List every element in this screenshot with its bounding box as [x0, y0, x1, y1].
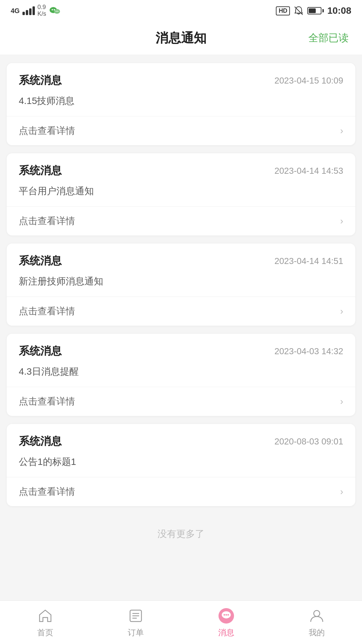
svg-point-16: [314, 610, 320, 616]
card-message: 4.15技师消息: [19, 96, 75, 106]
card-header: 系统消息 2023-04-14 14:51: [7, 244, 355, 274]
card-detail-link[interactable]: 点击查看详情: [19, 395, 75, 408]
signal-bar-4: [33, 6, 35, 15]
card-time: 2020-08-03 09:01: [275, 436, 343, 447]
card-message: 4.3日消息提醒: [19, 366, 79, 377]
order-icon: [127, 607, 144, 625]
card-header: 系统消息 2020-08-03 09:01: [7, 424, 355, 455]
card-detail-link[interactable]: 点击查看详情: [19, 215, 75, 227]
hd-badge: HD: [276, 6, 290, 15]
card-body: 4.15技师消息: [7, 94, 355, 116]
profile-icon: [308, 607, 325, 625]
tab-order[interactable]: 订单: [90, 601, 181, 644]
card-time: 2023-04-14 14:53: [275, 166, 343, 176]
speed-label: 0.9 K/s: [38, 4, 46, 17]
card-time: 2023-04-14 14:51: [275, 256, 343, 266]
card-detail-link[interactable]: 点击查看详情: [19, 305, 75, 318]
card-footer[interactable]: 点击查看详情 ›: [7, 477, 355, 506]
tab-message[interactable]: 消息: [181, 601, 272, 644]
no-more-label: 没有更多了: [7, 514, 355, 550]
svg-point-5: [57, 11, 58, 12]
card-title: 系统消息: [19, 73, 62, 88]
card-footer[interactable]: 点击查看详情 ›: [7, 387, 355, 416]
bell-muted-icon: [293, 5, 304, 16]
card-detail-link[interactable]: 点击查看详情: [19, 124, 75, 137]
chevron-right-icon: ›: [340, 306, 343, 317]
signal-bar-1: [22, 12, 25, 15]
svg-point-15: [227, 614, 229, 615]
card-time: 2023-04-15 10:09: [275, 75, 343, 86]
card-title: 系统消息: [19, 344, 62, 359]
notification-card: 系统消息 2020-08-03 09:01 公告1的标题1 点击查看详情 ›: [7, 424, 355, 506]
notification-card: 系统消息 2023-04-03 14:32 4.3日消息提醒 点击查看详情 ›: [7, 334, 355, 416]
status-left: 4G 0.9 K/s: [11, 4, 61, 17]
chevron-right-icon: ›: [340, 486, 343, 497]
mark-all-read-button[interactable]: 全部已读: [308, 31, 349, 45]
card-time: 2023-04-03 14:32: [275, 346, 343, 357]
svg-point-3: [54, 9, 55, 10]
signal-bar-3: [29, 8, 32, 15]
tab-message-label: 消息: [218, 627, 234, 638]
card-body: 4.3日消息提醒: [7, 365, 355, 387]
signal-bars: [22, 6, 35, 15]
status-right: HD 10:08: [276, 5, 351, 16]
signal-bar-2: [26, 10, 28, 15]
card-title: 系统消息: [19, 163, 62, 178]
battery-icon: [307, 7, 324, 14]
tab-home[interactable]: 首页: [0, 601, 90, 644]
card-message: 平台用户消息通知: [19, 186, 94, 196]
card-title: 系统消息: [19, 254, 62, 268]
svg-point-14: [226, 614, 227, 615]
card-footer[interactable]: 点击查看详情 ›: [7, 297, 355, 326]
svg-point-2: [52, 9, 53, 10]
page-header: 消息通知 全部已读: [0, 20, 362, 55]
status-bar: 4G 0.9 K/s HD: [0, 0, 362, 20]
page-title: 消息通知: [156, 30, 206, 47]
card-header: 系统消息 2023-04-03 14:32: [7, 334, 355, 365]
svg-point-13: [224, 614, 225, 615]
notification-list: 系统消息 2023-04-15 10:09 4.15技师消息 点击查看详情 › …: [0, 55, 362, 601]
network-label: 4G: [11, 7, 20, 15]
chevron-right-icon: ›: [340, 396, 343, 407]
svg-point-4: [56, 11, 57, 12]
tab-home-label: 首页: [37, 627, 53, 638]
time-display: 10:08: [327, 5, 351, 16]
card-message: 公告1的标题1: [19, 457, 76, 467]
home-icon: [37, 607, 54, 625]
card-message: 新注册技师消息通知: [19, 276, 103, 286]
card-body: 公告1的标题1: [7, 455, 355, 477]
card-detail-link[interactable]: 点击查看详情: [19, 485, 75, 498]
notification-card: 系统消息 2023-04-15 10:09 4.15技师消息 点击查看详情 ›: [7, 63, 355, 145]
card-body: 新注册技师消息通知: [7, 274, 355, 297]
chevron-right-icon: ›: [340, 216, 343, 226]
tab-profile-label: 我的: [309, 627, 325, 638]
card-title: 系统消息: [19, 434, 62, 449]
card-footer[interactable]: 点击查看详情 ›: [7, 207, 355, 235]
notification-card: 系统消息 2023-04-14 14:53 平台用户消息通知 点击查看详情 ›: [7, 153, 355, 235]
tab-profile[interactable]: 我的: [272, 601, 362, 644]
notification-card: 系统消息 2023-04-14 14:51 新注册技师消息通知 点击查看详情 ›: [7, 244, 355, 326]
tab-bar: 首页 订单 消息: [0, 600, 362, 644]
wechat-icon: [49, 5, 61, 17]
card-header: 系统消息 2023-04-15 10:09: [7, 63, 355, 94]
tab-order-label: 订单: [128, 627, 144, 638]
card-header: 系统消息 2023-04-14 14:53: [7, 153, 355, 184]
message-icon: [218, 607, 235, 625]
card-body: 平台用户消息通知: [7, 184, 355, 207]
chevron-right-icon: ›: [340, 125, 343, 136]
card-footer[interactable]: 点击查看详情 ›: [7, 116, 355, 145]
